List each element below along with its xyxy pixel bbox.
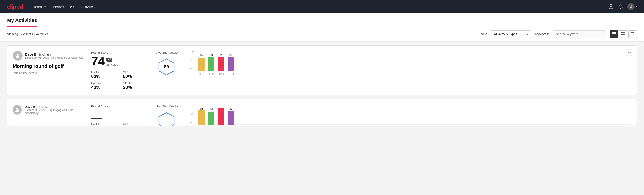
y-tick-50-2: 50 <box>190 113 194 116</box>
user-row: Dave Billingham December 05, 2021 · Gog … <box>13 51 84 61</box>
avg-shot-quality-label: Avg Shot Quality <box>156 51 178 54</box>
search-input[interactable] <box>552 30 606 38</box>
card-quality: Avg Shot Quality 89 <box>156 51 183 77</box>
svg-rect-5 <box>612 34 616 34</box>
chart-col-arg: 89 <box>218 54 224 71</box>
round-score-label-2: Round Score <box>91 105 149 108</box>
user-name: Dave Billingham <box>25 52 84 56</box>
viewing-text: Viewing 12 out of 29 Activities <box>7 32 475 36</box>
activity-type-select[interactable]: All Activity Types <box>491 30 531 38</box>
keywords-label: Keywords: <box>534 32 549 36</box>
svg-point-15 <box>17 54 18 56</box>
fw-hit-value-2: 43% <box>91 126 118 126</box>
fw-hit-value: 62% <box>91 74 118 79</box>
nav-icons: ▾ <box>608 3 637 10</box>
svg-marker-19 <box>159 113 174 126</box>
page-title: My Activities <box>7 18 37 26</box>
y-axis-2: 100 50 0 <box>190 105 194 124</box>
gir-label: GIR <box>123 71 149 74</box>
viewing-total: 29 <box>32 32 36 36</box>
nav-performance[interactable]: Performance ▾ <box>53 3 74 10</box>
user-date: December 05, 2021 · Gog Magog Golf Club … <box>25 56 84 59</box>
hexagon-container: 89 <box>156 57 176 77</box>
one-putt-value: 28% <box>123 85 149 90</box>
svg-rect-14 <box>631 35 634 35</box>
activity-card-2: Dave Billingham October 16, 2021 · Gog M… <box>7 99 637 126</box>
nav-teams[interactable]: Teams ▾ <box>34 3 46 10</box>
y-tick-50: 50 <box>190 59 194 62</box>
fw-hit-label-2: FW Hit <box>91 122 118 126</box>
svg-point-18 <box>16 108 18 110</box>
data-source: Data Source: Arccos <box>13 72 84 74</box>
score-divider: — <box>91 109 102 119</box>
bar-ott-2 <box>198 110 205 125</box>
svg-text:89: 89 <box>164 64 169 69</box>
card-quality-2: Avg Shot Quality <box>156 105 183 126</box>
user-name-2: Dave Billingham <box>24 105 84 108</box>
activity-title: Morning round of golf <box>13 63 84 69</box>
activity-type-wrapper: All Activity Types <box>491 30 531 38</box>
avg-shot-quality-label-2: Avg Shot Quality <box>156 105 178 108</box>
svg-rect-9 <box>622 34 623 36</box>
svg-rect-10 <box>624 34 625 36</box>
x-label-app: APP <box>208 73 214 76</box>
bar-value-app: 90 <box>210 54 213 57</box>
score-holes: 18 Holes <box>106 63 118 66</box>
view-list-detail-button[interactable] <box>628 30 637 38</box>
stat-grid-2: FW Hit 43% GIR 56% <box>91 122 149 126</box>
one-putt-stat: 1 Putt 28% <box>123 82 149 90</box>
fw-hit-label: FW Hit <box>91 71 118 74</box>
y-tick-0: 0 <box>190 68 194 70</box>
card-chart: 100 50 0 85 <box>190 51 631 76</box>
stat-grid: FW Hit 62% GIR 50% Up/Down 43% 1 Putt 28… <box>91 71 149 90</box>
bar-app <box>208 57 214 71</box>
nav-teams-label: Teams <box>34 5 44 9</box>
chart-col-app: 90 <box>208 54 214 71</box>
y-tick-100: 100 <box>190 51 194 54</box>
logo[interactable]: clippd <box>7 3 23 10</box>
gir-stat-2: GIR 56% <box>123 122 149 126</box>
updown-stat: Up/Down 43% <box>91 82 118 90</box>
hexagon-icon: 89 <box>158 58 176 76</box>
user-row-2: Dave Billingham October 16, 2021 · Gog M… <box>13 105 84 115</box>
avatar <box>13 51 22 61</box>
updown-value: 43% <box>91 85 118 90</box>
bar-value-putt-2: 87 <box>230 107 232 110</box>
svg-rect-12 <box>631 33 634 34</box>
filter-bar: Viewing 12 out of 29 Activities Show: Al… <box>0 27 644 42</box>
card-stats: Round Score 74 +4 18 Holes FW Hit 62% GI… <box>91 51 149 90</box>
view-list-compact-button[interactable] <box>610 30 618 38</box>
updown-label: Up/Down <box>91 82 118 85</box>
nav-activities[interactable]: Activities <box>82 3 94 10</box>
svg-rect-4 <box>612 32 616 33</box>
fw-hit-stat: FW Hit 62% <box>91 71 118 79</box>
teams-chevron-icon: ▾ <box>44 5 46 8</box>
gir-value: 50% <box>123 74 149 79</box>
svg-rect-7 <box>622 32 623 34</box>
view-grid-button[interactable] <box>619 30 628 38</box>
svg-rect-6 <box>612 34 616 35</box>
bar-value-arg: 89 <box>220 54 222 57</box>
y-tick-100-2: 100 <box>190 105 194 107</box>
chart-col-app-2: 82 <box>208 107 214 125</box>
show-label: Show: <box>478 32 487 36</box>
score-badge: +4 <box>106 58 112 62</box>
x-label-putt: PUTT <box>228 73 234 76</box>
fw-hit-stat-2: FW Hit 43% <box>91 122 118 126</box>
card-stats-2: Round Score — FW Hit 43% GIR 56% <box>91 105 149 126</box>
nav-performance-label: Performance <box>53 5 72 9</box>
x-label-arg: ARG <box>218 73 224 76</box>
hexagon-icon-2 <box>158 112 176 126</box>
x-axis-labels: OTT APP ARG PUTT <box>198 72 234 76</box>
bar-putt-2 <box>228 111 234 125</box>
refresh-button[interactable] <box>618 4 623 9</box>
nav-activities-label: Activities <box>82 5 94 9</box>
viewing-count: 12 <box>19 32 22 36</box>
y-tick-0-2: 0 <box>190 121 194 124</box>
profile-menu[interactable]: ▾ <box>628 3 637 10</box>
add-button[interactable] <box>608 4 614 9</box>
chart-col-putt: 89 <box>228 54 234 71</box>
card-left: Dave Billingham December 05, 2021 · Gog … <box>13 51 84 74</box>
chart-col-ott: 85 <box>198 54 205 71</box>
gir-stat: GIR 50% <box>123 71 149 79</box>
